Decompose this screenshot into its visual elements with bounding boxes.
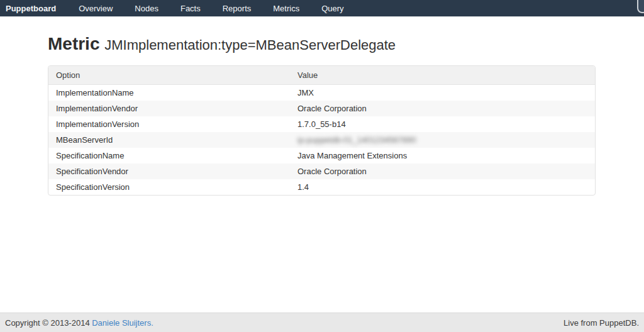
value-cell: ip-puppetdb-01_1401234567890 xyxy=(290,132,595,148)
top-navbar: Puppetboard OverviewNodesFactsReportsMet… xyxy=(0,0,644,17)
nav-items: OverviewNodesFactsReportsMetricsQuery xyxy=(70,0,357,16)
value-text: Oracle Corporation xyxy=(297,104,367,113)
author-link[interactable]: Daniele Sluijters. xyxy=(92,318,153,328)
value-text: Java Management Extensions xyxy=(297,151,407,160)
table-row: ImplementationName JMX xyxy=(48,85,595,101)
value-cell: Oracle Corporation xyxy=(290,101,595,116)
value-cell: 1.4 xyxy=(290,179,595,195)
nav-item-nodes[interactable]: Nodes xyxy=(126,0,167,16)
nav-item-reports[interactable]: Reports xyxy=(214,0,260,16)
metric-table: Option Value ImplementationName JMX Impl… xyxy=(48,65,596,196)
value-cell: Java Management Extensions xyxy=(290,148,595,163)
option-cell: SpecificationVersion xyxy=(48,179,290,195)
value-cell: JMX xyxy=(290,85,595,101)
main-content: Metric JMImplementation:type=MBeanServer… xyxy=(0,35,644,196)
option-cell: SpecificationVendor xyxy=(48,163,290,179)
value-text: 1.4 xyxy=(297,182,309,192)
table-header-row: Option Value xyxy=(48,66,595,85)
page-footer: Copyright © 2013-2014 Daniele Sluijters.… xyxy=(0,313,644,332)
column-header-option: Option xyxy=(48,66,290,85)
nav-item-overview[interactable]: Overview xyxy=(70,0,121,16)
value-cell: 1.7.0_55-b14 xyxy=(290,116,595,132)
footer-copyright: Copyright © 2013-2014 Daniele Sluijters. xyxy=(5,318,153,328)
column-header-value: Value xyxy=(290,66,595,85)
page-title: Metric JMImplementation:type=MBeanServer… xyxy=(48,35,596,55)
nav-item-metrics[interactable]: Metrics xyxy=(265,0,308,16)
option-cell: SpecificationName xyxy=(48,148,290,163)
nav-item-facts[interactable]: Facts xyxy=(172,0,209,16)
metric-table-body: ImplementationName JMX ImplementationVen… xyxy=(48,85,595,195)
table-row: SpecificationName Java Management Extens… xyxy=(48,148,595,163)
table-row: ImplementationVendor Oracle Corporation xyxy=(48,101,595,116)
nav-item-query[interactable]: Query xyxy=(313,0,352,16)
metric-table-head: Option Value xyxy=(48,66,595,85)
metric-name: JMImplementation:type=MBeanServerDelegat… xyxy=(104,37,396,53)
option-cell: ImplementationVendor xyxy=(48,101,290,116)
footer-status-text: Live from PuppetDB. xyxy=(564,318,639,328)
option-cell: ImplementationName xyxy=(48,85,290,101)
brand-link-puppetboard[interactable]: Puppetboard xyxy=(0,0,62,16)
table-row: MBeanServerId ip-puppetdb-01_14012345678… xyxy=(48,132,595,148)
value-text: ip-puppetdb-01_1401234567890 xyxy=(297,135,416,145)
page-title-label: Metric xyxy=(48,34,99,53)
value-text: 1.7.0_55-b14 xyxy=(297,119,346,129)
value-cell: Oracle Corporation xyxy=(290,163,595,179)
table-row: SpecificationVendor Oracle Corporation xyxy=(48,163,595,179)
option-cell: MBeanServerId xyxy=(48,132,290,148)
value-text: Oracle Corporation xyxy=(297,167,367,176)
value-text: JMX xyxy=(297,88,314,97)
copyright-text: Copyright © 2013-2014 xyxy=(5,318,90,328)
scrollbar-thumb[interactable] xyxy=(637,0,644,13)
table-row: ImplementationVersion 1.7.0_55-b14 xyxy=(48,116,595,132)
option-cell: ImplementationVersion xyxy=(48,116,290,132)
table-row: SpecificationVersion 1.4 xyxy=(48,179,595,195)
